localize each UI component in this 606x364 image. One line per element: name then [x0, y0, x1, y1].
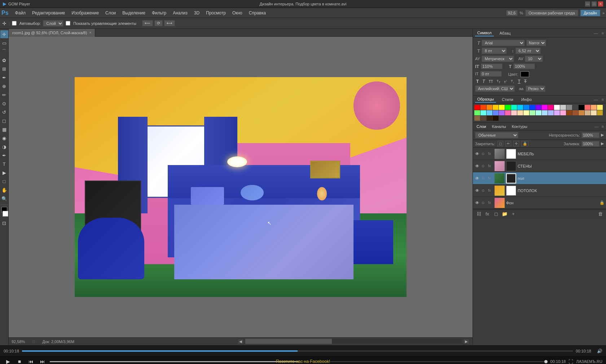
menu-analysis[interactable]: Анализ: [170, 10, 190, 16]
swatch-24[interactable]: [493, 110, 499, 115]
menu-edit[interactable]: Редактирование: [29, 10, 68, 16]
menu-window[interactable]: Окно: [229, 10, 245, 16]
workspace-design-button[interactable]: Дизайн: [580, 10, 600, 16]
eraser-tool[interactable]: ◻: [0, 117, 8, 125]
swatch-3[interactable]: [493, 105, 499, 110]
align-btn-2[interactable]: ⟳: [154, 20, 163, 26]
lasso-tool[interactable]: ⌒: [0, 48, 8, 56]
allcaps-btn[interactable]: TT: [488, 79, 494, 84]
quick-select-tool[interactable]: ✿: [0, 56, 8, 64]
menu-layers[interactable]: Слои: [102, 10, 119, 16]
paths-tab[interactable]: Контуры: [510, 124, 529, 129]
swatch-33[interactable]: [548, 110, 554, 115]
menu-filter[interactable]: Фильтр: [149, 10, 169, 16]
link-layers-btn[interactable]: ⛓: [475, 210, 482, 218]
fill-arrow[interactable]: ▶: [601, 141, 604, 146]
tab-close-btn[interactable]: ×: [89, 31, 91, 35]
video-seek-bar[interactable]: [22, 350, 573, 352]
marquee-tool[interactable]: ▭: [0, 39, 8, 47]
swatches-tab[interactable]: Образцы: [475, 96, 496, 103]
prev-frame-btn[interactable]: ⏮: [27, 359, 35, 364]
swatch-31[interactable]: [536, 110, 541, 115]
swatch-28[interactable]: [517, 110, 523, 115]
text-tool[interactable]: T: [0, 160, 8, 168]
menu-image[interactable]: Изображение: [69, 10, 102, 16]
layer-item[interactable]: 👁⊙fxМЕБЕЛЬ: [473, 148, 606, 160]
swatch-11[interactable]: [542, 105, 548, 110]
healing-tool[interactable]: ⊕: [0, 82, 8, 90]
kerning-select[interactable]: 10: [525, 56, 543, 62]
swatch-18[interactable]: [585, 105, 590, 110]
symbol-tab[interactable]: Символ: [475, 30, 494, 36]
swatch-38[interactable]: [579, 110, 584, 115]
swatches-collapse-btn[interactable]: —: [594, 97, 598, 102]
lock-image-btn[interactable]: ✏: [505, 141, 511, 146]
swatch-16[interactable]: [572, 105, 578, 110]
underline-btn[interactable]: T: [517, 79, 522, 84]
swatch-14[interactable]: [560, 105, 566, 110]
lock-position-btn[interactable]: ✛: [513, 141, 519, 146]
menu-3d[interactable]: 3D: [191, 10, 202, 16]
swatch-26[interactable]: [505, 110, 511, 115]
vscale-input[interactable]: [481, 63, 502, 69]
swatch-5[interactable]: [505, 105, 511, 110]
fill-input[interactable]: [581, 141, 600, 147]
eyedropper-tool[interactable]: ✒: [0, 74, 8, 81]
panel-collapse-btn[interactable]: —: [594, 31, 598, 35]
leading-select[interactable]: 6,52 пт: [515, 48, 541, 54]
swatch-0[interactable]: [474, 105, 480, 110]
swatch-44[interactable]: [487, 116, 492, 121]
swatch-20[interactable]: [597, 105, 603, 110]
document-tab[interactable]: room1.jpg @ 92,6% (ПОЛ, Слой-маска/8) ×: [9, 29, 95, 37]
swatch-42[interactable]: [474, 116, 480, 121]
font-size-select[interactable]: 8 пт: [482, 48, 507, 54]
layers-collapse-btn[interactable]: —: [595, 124, 599, 129]
swatch-4[interactable]: [499, 105, 505, 110]
info-tab[interactable]: Инфо: [519, 97, 534, 102]
screen-mode-btn[interactable]: ⊡: [0, 219, 8, 227]
next-frame-btn[interactable]: ⏭: [38, 359, 47, 364]
add-style-btn[interactable]: fx: [484, 210, 491, 218]
minimize-button[interactable]: —: [585, 1, 590, 6]
baseline-input[interactable]: [480, 71, 502, 77]
zoom-tool[interactable]: 🔍: [0, 195, 8, 203]
layer-visibility-btn[interactable]: 👁: [474, 151, 480, 157]
layer-visibility-btn[interactable]: 👁: [474, 176, 480, 181]
play-btn[interactable]: ▶: [4, 359, 12, 364]
swatch-2[interactable]: [487, 105, 492, 110]
layers-tab[interactable]: Слои: [475, 124, 488, 129]
swatch-1[interactable]: [480, 105, 486, 110]
workspace-default-button[interactable]: Основная рабочая среда: [525, 10, 578, 16]
menu-file[interactable]: Файл: [12, 10, 29, 16]
lock-transparent-btn[interactable]: ◻: [497, 141, 503, 146]
swatch-23[interactable]: [487, 110, 492, 115]
new-group-btn[interactable]: 📁: [501, 210, 508, 218]
brush-tool[interactable]: ✏: [0, 91, 8, 99]
align-btn-1[interactable]: ⟵: [142, 20, 153, 26]
swatch-8[interactable]: [523, 105, 529, 110]
canvas-container[interactable]: ↖: [9, 37, 473, 337]
swatch-45[interactable]: [493, 116, 499, 121]
lock-all-btn[interactable]: 🔒: [521, 141, 528, 146]
clone-tool[interactable]: ⊙: [0, 99, 8, 107]
align-btn-3[interactable]: ⟷: [164, 20, 175, 26]
font-family-select[interactable]: Arial: [482, 40, 525, 46]
layer-visibility-btn[interactable]: 👁: [474, 200, 480, 206]
show-controls-checkbox[interactable]: [66, 21, 70, 26]
layer-item[interactable]: 👁⊙fxФон🔒: [473, 197, 606, 209]
layer-visibility-btn[interactable]: 👁: [474, 163, 480, 169]
panel-menu-btn[interactable]: ≡: [602, 31, 604, 35]
auto-select-checkbox[interactable]: [12, 21, 17, 26]
swatch-21[interactable]: [474, 110, 480, 115]
scroll-left-btn[interactable]: ◀: [237, 339, 244, 344]
strikethrough-btn[interactable]: T: [523, 79, 528, 84]
close-button[interactable]: ✕: [598, 1, 603, 6]
menu-select[interactable]: Выделение: [119, 10, 148, 16]
text-color-swatch[interactable]: [521, 71, 529, 77]
swatch-29[interactable]: [523, 110, 529, 115]
swatch-6[interactable]: [511, 105, 517, 110]
hscale-input[interactable]: [513, 63, 535, 69]
swatch-25[interactable]: [499, 110, 505, 115]
menu-view[interactable]: Просмотр: [203, 10, 229, 16]
gradient-tool[interactable]: ▦: [0, 125, 8, 133]
